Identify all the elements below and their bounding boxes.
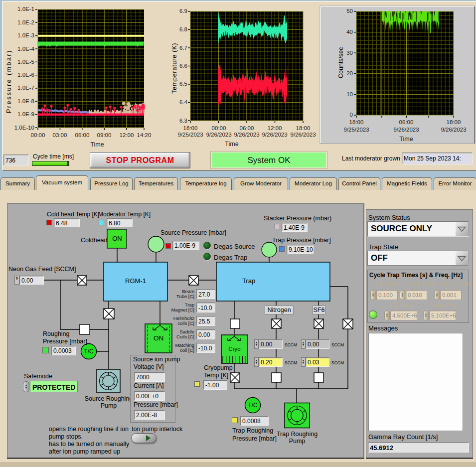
svg-text:T/C: T/C [248,402,258,409]
svg-text:T/C: T/C [84,348,94,355]
